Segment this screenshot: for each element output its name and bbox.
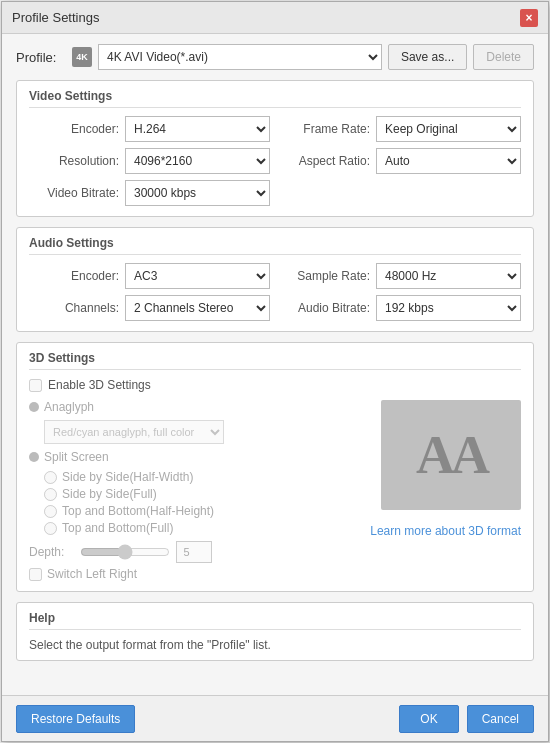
audio-encoder-label: Encoder: — [29, 269, 119, 283]
close-button[interactable]: × — [520, 9, 538, 27]
top-bottom-full-label: Top and Bottom(Full) — [62, 521, 173, 535]
frame-rate-row: Frame Rate: Keep Original — [280, 116, 521, 142]
top-bottom-half-label: Top and Bottom(Half-Height) — [62, 504, 214, 518]
dialog-content: Profile: 4K 4K AVI Video(*.avi) Save as.… — [2, 34, 548, 695]
resolution-label: Resolution: — [29, 154, 119, 168]
top-bottom-full-radio[interactable] — [44, 522, 57, 535]
profile-select[interactable]: 4K AVI Video(*.avi) — [98, 44, 382, 70]
side-by-side-full-radio[interactable] — [44, 488, 57, 501]
save-as-button[interactable]: Save as... — [388, 44, 467, 70]
channels-row: Channels: 2 Channels Stereo — [29, 295, 270, 321]
ok-button[interactable]: OK — [399, 705, 458, 733]
side-by-side-half-item: Side by Side(Half-Width) — [44, 470, 360, 484]
anaglyph-label: Anaglyph — [44, 400, 94, 414]
audio-settings-title: Audio Settings — [29, 236, 521, 255]
video-bitrate-label: Video Bitrate: — [29, 186, 119, 200]
depth-label: Depth: — [29, 545, 74, 559]
video-settings-title: Video Settings — [29, 89, 521, 108]
side-by-side-half-radio[interactable] — [44, 471, 57, 484]
anaglyph-radio-dot — [29, 402, 39, 412]
audio-encoder-row: Encoder: AC3 — [29, 263, 270, 289]
profile-label: Profile: — [16, 50, 66, 65]
three-d-preview: AA — [381, 400, 521, 510]
audio-bitrate-select[interactable]: 192 kbps — [376, 295, 521, 321]
encoder-row: Encoder: H.264 — [29, 116, 270, 142]
anaglyph-row: Anaglyph — [29, 400, 360, 414]
anaglyph-type-select[interactable]: Red/cyan anaglyph, full color — [44, 420, 224, 444]
audio-settings-section: Audio Settings Encoder: AC3 Channels: 2 … — [16, 227, 534, 332]
help-title: Help — [29, 611, 521, 630]
dialog-footer: Restore Defaults OK Cancel — [2, 695, 548, 741]
help-section: Help Select the output format from the "… — [16, 602, 534, 661]
enable-3d-label: Enable 3D Settings — [48, 378, 151, 392]
split-screen-options: Side by Side(Half-Width) Side by Side(Fu… — [44, 470, 360, 535]
switch-left-right-checkbox[interactable] — [29, 568, 42, 581]
aspect-ratio-label: Aspect Ratio: — [280, 154, 370, 168]
video-bitrate-row: Video Bitrate: 30000 kbps — [29, 180, 270, 206]
frame-rate-label: Frame Rate: — [280, 122, 370, 136]
resolution-select[interactable]: 4096*2160 — [125, 148, 270, 174]
top-bottom-half-item: Top and Bottom(Half-Height) — [44, 504, 360, 518]
three-d-left: Anaglyph Red/cyan anaglyph, full color S… — [29, 400, 360, 581]
encoder-select[interactable]: H.264 — [125, 116, 270, 142]
top-bottom-half-radio[interactable] — [44, 505, 57, 518]
profile-row: Profile: 4K 4K AVI Video(*.avi) Save as.… — [16, 44, 534, 70]
side-by-side-half-label: Side by Side(Half-Width) — [62, 470, 193, 484]
enable-3d-row: Enable 3D Settings — [29, 378, 521, 392]
top-bottom-full-item: Top and Bottom(Full) — [44, 521, 360, 535]
side-by-side-full-label: Side by Side(Full) — [62, 487, 157, 501]
video-bitrate-select[interactable]: 30000 kbps — [125, 180, 270, 206]
enable-3d-checkbox[interactable] — [29, 379, 42, 392]
dialog-title: Profile Settings — [12, 10, 99, 25]
video-right-col: Frame Rate: Keep Original Aspect Ratio: … — [280, 116, 521, 206]
three-d-settings-section: 3D Settings Enable 3D Settings Anaglyph … — [16, 342, 534, 592]
switch-left-right-label: Switch Left Right — [47, 567, 137, 581]
resolution-row: Resolution: 4096*2160 — [29, 148, 270, 174]
footer-right-buttons: OK Cancel — [399, 705, 534, 733]
channels-select[interactable]: 2 Channels Stereo — [125, 295, 270, 321]
audio-settings-grid: Encoder: AC3 Channels: 2 Channels Stereo — [29, 263, 521, 321]
side-by-side-full-item: Side by Side(Full) — [44, 487, 360, 501]
sample-rate-select[interactable]: 48000 Hz — [376, 263, 521, 289]
switch-left-right-row: Switch Left Right — [29, 567, 360, 581]
audio-left-col: Encoder: AC3 Channels: 2 Channels Stereo — [29, 263, 270, 321]
split-screen-row: Split Screen — [29, 450, 360, 464]
profile-format-icon: 4K — [72, 47, 92, 67]
depth-slider[interactable] — [80, 544, 170, 560]
video-settings-grid: Encoder: H.264 Resolution: 4096*2160 Vid… — [29, 116, 521, 206]
help-text: Select the output format from the "Profi… — [29, 638, 521, 652]
sample-rate-label: Sample Rate: — [280, 269, 370, 283]
three-d-main: Anaglyph Red/cyan anaglyph, full color S… — [29, 400, 521, 581]
audio-right-col: Sample Rate: 48000 Hz Audio Bitrate: 192… — [280, 263, 521, 321]
audio-encoder-select[interactable]: AC3 — [125, 263, 270, 289]
split-screen-label: Split Screen — [44, 450, 109, 464]
frame-rate-select[interactable]: Keep Original — [376, 116, 521, 142]
audio-bitrate-label: Audio Bitrate: — [280, 301, 370, 315]
audio-bitrate-row: Audio Bitrate: 192 kbps — [280, 295, 521, 321]
title-bar: Profile Settings × — [2, 2, 548, 34]
video-settings-section: Video Settings Encoder: H.264 Resolution… — [16, 80, 534, 217]
aspect-ratio-row: Aspect Ratio: Auto — [280, 148, 521, 174]
three-d-preview-area: AA Learn more about 3D format — [370, 400, 521, 581]
cancel-button[interactable]: Cancel — [467, 705, 534, 733]
video-left-col: Encoder: H.264 Resolution: 4096*2160 Vid… — [29, 116, 270, 206]
encoder-label: Encoder: — [29, 122, 119, 136]
three-d-settings-title: 3D Settings — [29, 351, 521, 370]
depth-row: Depth: — [29, 541, 360, 563]
depth-input[interactable] — [176, 541, 212, 563]
aspect-ratio-select[interactable]: Auto — [376, 148, 521, 174]
restore-defaults-button[interactable]: Restore Defaults — [16, 705, 135, 733]
split-screen-radio-dot — [29, 452, 39, 462]
delete-button[interactable]: Delete — [473, 44, 534, 70]
channels-label: Channels: — [29, 301, 119, 315]
learn-more-link[interactable]: Learn more about 3D format — [370, 524, 521, 538]
profile-settings-dialog: Profile Settings × Profile: 4K 4K AVI Vi… — [1, 1, 549, 742]
sample-rate-row: Sample Rate: 48000 Hz — [280, 263, 521, 289]
